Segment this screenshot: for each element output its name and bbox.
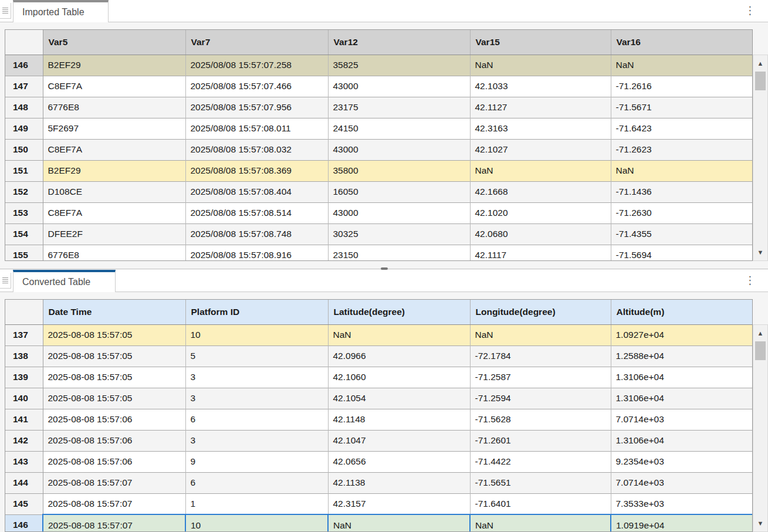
table-cell[interactable]: 7.0714e+03 xyxy=(611,472,753,493)
table-cell[interactable]: NaN xyxy=(328,514,470,532)
column-header[interactable]: Var12 xyxy=(328,30,470,55)
row-number[interactable]: 148 xyxy=(5,97,43,118)
table-cell[interactable]: 23175 xyxy=(328,97,470,118)
table-cell[interactable]: 16050 xyxy=(328,181,470,202)
table-cell[interactable]: 42.1047 xyxy=(328,430,470,451)
table-cell[interactable]: 2025/08/08 15:57:08.369 xyxy=(185,160,328,181)
table-cell[interactable]: 35800 xyxy=(328,160,470,181)
table-row[interactable]: 150C8EF7A2025/08/08 15:57:08.0324300042.… xyxy=(5,139,753,160)
table-cell[interactable]: 3 xyxy=(185,430,328,451)
column-header[interactable]: Platform ID xyxy=(185,300,328,324)
table-cell[interactable]: 2025-08-08 15:57:07 xyxy=(43,493,185,514)
row-number[interactable]: 150 xyxy=(5,139,43,160)
table-cell[interactable]: 2025-08-08 15:57:05 xyxy=(43,324,185,345)
table-cell[interactable]: 1.0919e+04 xyxy=(611,514,753,532)
column-header[interactable]: Var5 xyxy=(43,30,185,55)
table-row[interactable]: 152D108CE2025/08/08 15:57:08.4041605042.… xyxy=(5,181,753,202)
row-number[interactable]: 153 xyxy=(5,202,43,223)
table-cell[interactable]: 42.3163 xyxy=(470,118,611,139)
tab-imported-table[interactable]: Imported Table xyxy=(13,0,109,22)
table-cell[interactable]: -71.1436 xyxy=(611,181,753,202)
table-cell[interactable]: 42.1148 xyxy=(328,409,470,430)
table-row[interactable]: 1372025-08-08 15:57:0510NaNNaN1.0927e+04 xyxy=(5,324,753,345)
table-row[interactable]: 1452025-08-08 15:57:07142.3157-71.64017.… xyxy=(5,493,753,514)
table-cell[interactable]: C8EF7A xyxy=(43,202,185,223)
table-row[interactable]: 154DFEE2F2025/08/08 15:57:08.7483032542.… xyxy=(5,223,753,245)
table-cell[interactable]: -71.4422 xyxy=(470,451,611,472)
row-number[interactable]: 139 xyxy=(5,367,43,388)
row-number[interactable]: 149 xyxy=(5,118,43,139)
table-cell[interactable]: -71.5694 xyxy=(611,245,753,261)
row-number[interactable]: 137 xyxy=(5,324,43,345)
table-cell[interactable]: 3 xyxy=(185,367,328,388)
table-cell[interactable]: 2025/08/08 15:57:07.258 xyxy=(185,55,328,76)
column-header[interactable]: Latitude(degree) xyxy=(328,300,470,324)
row-number[interactable]: 146 xyxy=(5,514,43,532)
table-cell[interactable]: 7.3533e+03 xyxy=(611,493,753,514)
table-cell[interactable]: -71.4355 xyxy=(611,223,753,245)
table-cell[interactable]: 2025-08-08 15:57:07 xyxy=(43,514,185,532)
table-cell[interactable]: 5 xyxy=(185,345,328,367)
row-number[interactable]: 138 xyxy=(5,345,43,367)
table-cell[interactable]: 42.1127 xyxy=(470,97,611,118)
scroll-up-icon[interactable]: ▲ xyxy=(753,326,767,340)
table-cell[interactable]: DFEE2F xyxy=(43,223,185,245)
table-cell[interactable]: 6776E8 xyxy=(43,97,185,118)
imported-table-scrollbar[interactable]: ▲ ▼ xyxy=(753,55,768,261)
table-cell[interactable]: NaN xyxy=(611,55,753,76)
table-cell[interactable]: -71.5628 xyxy=(470,409,611,430)
column-header[interactable]: Date Time xyxy=(43,300,185,324)
table-row[interactable]: 146B2EF292025/08/08 15:57:07.25835825NaN… xyxy=(5,55,753,76)
table-cell[interactable]: 42.3157 xyxy=(328,493,470,514)
table-cell[interactable]: 42.0656 xyxy=(328,451,470,472)
table-cell[interactable]: 2025-08-08 15:57:07 xyxy=(43,472,185,493)
table-row[interactable]: 1495F26972025/08/08 15:57:08.0112415042.… xyxy=(5,118,753,139)
row-number[interactable]: 144 xyxy=(5,472,43,493)
table-cell[interactable]: -71.2623 xyxy=(611,139,753,160)
table-cell[interactable]: -72.1784 xyxy=(470,345,611,367)
table-cell[interactable]: 42.0680 xyxy=(470,223,611,245)
scrollbar-thumb[interactable] xyxy=(755,341,766,360)
row-number[interactable]: 142 xyxy=(5,430,43,451)
table-row[interactable]: 1382025-08-08 15:57:05542.0966-72.17841.… xyxy=(5,345,753,367)
table-cell[interactable]: 2025/08/08 15:57:08.404 xyxy=(185,181,328,202)
table-cell[interactable]: 2025/08/08 15:57:07.956 xyxy=(185,97,328,118)
table-row[interactable]: 1486776E82025/08/08 15:57:07.9562317542.… xyxy=(5,97,753,118)
table-cell[interactable]: C8EF7A xyxy=(43,139,185,160)
table-cell[interactable]: 5F2697 xyxy=(43,118,185,139)
table-cell[interactable]: 42.1668 xyxy=(470,181,611,202)
table-cell[interactable]: 42.1020 xyxy=(470,202,611,223)
tab-converted-table[interactable]: Converted Table xyxy=(13,270,116,292)
table-row[interactable]: 1432025-08-08 15:57:06942.0656-71.44229.… xyxy=(5,451,753,472)
row-number[interactable]: 145 xyxy=(5,493,43,514)
table-cell[interactable]: 42.1117 xyxy=(470,245,611,261)
table-cell[interactable]: 2025/08/08 15:57:08.916 xyxy=(185,245,328,261)
row-number[interactable]: 146 xyxy=(5,55,43,76)
column-header[interactable]: Longitude(degree) xyxy=(470,300,611,324)
table-row[interactable]: 1392025-08-08 15:57:05342.1060-71.25871.… xyxy=(5,367,753,388)
table-cell[interactable]: B2EF29 xyxy=(43,160,185,181)
table-cell[interactable]: -71.2601 xyxy=(470,430,611,451)
table-cell[interactable]: -71.5651 xyxy=(470,472,611,493)
column-header[interactable]: Var15 xyxy=(470,30,611,55)
table-cell[interactable]: 2025/08/08 15:57:08.032 xyxy=(185,139,328,160)
table-cell[interactable]: 6 xyxy=(185,472,328,493)
panel-menu-icon[interactable]: ⋮ xyxy=(746,272,754,290)
converted-table-scrollbar[interactable]: ▲ ▼ xyxy=(753,324,768,532)
table-cell[interactable]: 2025/08/08 15:57:08.011 xyxy=(185,118,328,139)
row-number[interactable]: 152 xyxy=(5,181,43,202)
table-cell[interactable]: 42.1060 xyxy=(328,367,470,388)
table-cell[interactable]: 2025-08-08 15:57:06 xyxy=(43,409,185,430)
table-cell[interactable]: NaN xyxy=(470,160,611,181)
table-cell[interactable]: 2025-08-08 15:57:05 xyxy=(43,345,185,367)
column-header[interactable]: Altitude(m) xyxy=(611,300,753,324)
table-cell[interactable]: -71.2587 xyxy=(470,367,611,388)
row-number[interactable]: 143 xyxy=(5,451,43,472)
table-row[interactable]: 1462025-08-08 15:57:0710NaNNaN1.0919e+04 xyxy=(5,514,753,532)
table-cell[interactable]: 10 xyxy=(185,324,328,345)
row-number[interactable]: 140 xyxy=(5,388,43,409)
table-cell[interactable]: 9.2354e+03 xyxy=(611,451,753,472)
table-cell[interactable]: 2025/08/08 15:57:08.748 xyxy=(185,223,328,245)
table-cell[interactable]: -71.2630 xyxy=(611,202,753,223)
table-cell[interactable]: 2025/08/08 15:57:07.466 xyxy=(185,76,328,97)
